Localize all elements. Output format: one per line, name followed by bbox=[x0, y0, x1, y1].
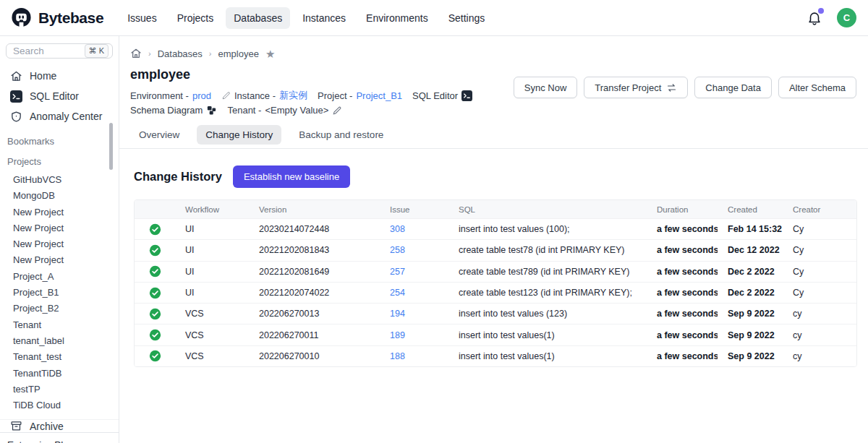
breadcrumb-employee[interactable]: employee bbox=[218, 48, 259, 59]
breadcrumb-home-icon[interactable] bbox=[130, 48, 142, 59]
meta-sql-editor[interactable]: SQL Editor bbox=[412, 90, 472, 101]
breadcrumb-databases[interactable]: Databases bbox=[158, 48, 203, 59]
cell-sql: create table test789 (id int PRIMARY KEY… bbox=[448, 267, 647, 277]
establish-baseline-button[interactable]: Establish new baseline bbox=[233, 165, 350, 188]
cell-duration: a few seconds bbox=[647, 351, 718, 361]
status-success-icon bbox=[149, 265, 161, 278]
environment-link[interactable]: prod bbox=[192, 90, 211, 101]
change-history-header: Change History Establish new baseline bbox=[130, 165, 857, 188]
issue-link[interactable]: 189 bbox=[390, 330, 405, 340]
cell-duration: a few seconds bbox=[647, 224, 718, 234]
sidebar-scrollbar[interactable] bbox=[109, 123, 113, 170]
top-nav-item[interactable]: Settings bbox=[441, 7, 493, 29]
cell-workflow: VCS bbox=[175, 309, 249, 319]
tab[interactable]: Change History bbox=[197, 125, 281, 145]
cell-workflow: VCS bbox=[175, 351, 249, 361]
issue-link[interactable]: 254 bbox=[390, 288, 405, 298]
project-item[interactable]: Project_B2 bbox=[0, 301, 119, 317]
project-item[interactable]: TiDB Cloud bbox=[0, 397, 119, 413]
top-nav-item[interactable]: Instances bbox=[294, 7, 354, 29]
cell-created: Sep 9 2022 bbox=[718, 351, 783, 361]
project-item[interactable]: TenantTiDB bbox=[0, 366, 119, 382]
meta-project: Project - Project_B1 bbox=[318, 90, 402, 101]
column-header: Created bbox=[718, 205, 783, 214]
notification-dot bbox=[818, 8, 824, 14]
table-row[interactable]: UI 20221202081843 258 create table test7… bbox=[135, 239, 856, 260]
project-item[interactable]: New Project bbox=[0, 252, 119, 268]
tab[interactable]: Backup and restore bbox=[290, 125, 392, 145]
search-input[interactable]: Search ⌘ K bbox=[6, 43, 113, 59]
sidebar-item-label: Home bbox=[30, 70, 56, 82]
brand[interactable]: Bytebase bbox=[10, 7, 103, 29]
bookmark-star-icon[interactable]: ★ bbox=[265, 48, 275, 59]
cell-creator: cy bbox=[783, 330, 856, 340]
project-item[interactable]: Project_A bbox=[0, 269, 119, 285]
top-nav-item[interactable]: Issues bbox=[119, 7, 164, 29]
issue-link[interactable]: 308 bbox=[390, 224, 405, 234]
sidebar-item-label: Archive bbox=[30, 421, 64, 432]
edit-pencil-icon[interactable] bbox=[332, 106, 342, 116]
project-item[interactable]: tenant_label bbox=[0, 333, 119, 349]
sidebar-item-home[interactable]: Home bbox=[0, 66, 119, 86]
issue-link[interactable]: 258 bbox=[390, 245, 405, 255]
cell-sql: insert into test values(1) bbox=[448, 330, 647, 340]
status-success-icon bbox=[149, 350, 161, 362]
issue-link[interactable]: 257 bbox=[390, 267, 405, 277]
table-row[interactable]: VCS 202206270010 188 insert into test va… bbox=[135, 345, 856, 366]
table-row[interactable]: VCS 202206270013 194 insert into test va… bbox=[135, 303, 856, 324]
top-nav-item[interactable]: Environments bbox=[358, 7, 436, 29]
project-item[interactable]: Tenant_test bbox=[0, 349, 119, 365]
alter-schema-button[interactable]: Alter Schema bbox=[778, 77, 856, 98]
meta-instance: Instance - 新实例 bbox=[221, 89, 307, 102]
meta-tenant: Tenant - <Empty Value> bbox=[227, 105, 342, 116]
column-header: Issue bbox=[380, 205, 448, 214]
table-row[interactable]: UI 20221202081649 257 create table test7… bbox=[135, 261, 856, 282]
cell-created: Dec 2 2022 bbox=[718, 288, 783, 298]
instance-link[interactable]: 新实例 bbox=[279, 89, 307, 102]
plan-label[interactable]: Enterprise Plan bbox=[0, 432, 119, 443]
cell-version: 202206270013 bbox=[249, 309, 380, 319]
project-item[interactable]: New Project bbox=[0, 205, 119, 220]
schema-diagram-icon bbox=[206, 105, 217, 116]
sql-editor-icon bbox=[461, 90, 472, 101]
meta-schema-diagram[interactable]: Schema Diagram bbox=[130, 105, 217, 116]
issue-link[interactable]: 194 bbox=[390, 309, 405, 319]
issue-link[interactable]: 188 bbox=[390, 351, 405, 361]
projects-section-label: Projects bbox=[0, 156, 119, 167]
change-data-button[interactable]: Change Data bbox=[694, 77, 772, 98]
table-row[interactable]: UI 20221202074022 254 create table test1… bbox=[135, 282, 856, 303]
project-item[interactable]: Project_B1 bbox=[0, 285, 119, 301]
cell-duration: a few seconds bbox=[647, 330, 718, 340]
project-link[interactable]: Project_B1 bbox=[356, 90, 402, 101]
project-item[interactable]: MongoDB bbox=[0, 188, 119, 204]
project-item[interactable]: testTP bbox=[0, 382, 119, 397]
top-nav-item[interactable]: Projects bbox=[169, 7, 222, 29]
cell-sql: create table test78 (id int PRIMARY KEY) bbox=[448, 245, 647, 255]
project-item[interactable]: Tenant bbox=[0, 317, 119, 333]
transfer-project-button[interactable]: Transfer Project bbox=[584, 77, 688, 98]
status-success-icon bbox=[149, 244, 161, 257]
notifications-button[interactable] bbox=[807, 10, 822, 26]
column-header: Duration bbox=[647, 205, 718, 214]
sidebar-item-archive[interactable]: Archive bbox=[0, 419, 119, 432]
tab[interactable]: Overview bbox=[130, 125, 188, 145]
sidebar-item-sql-editor[interactable]: SQL Editor bbox=[0, 86, 119, 106]
avatar[interactable]: C bbox=[837, 8, 856, 27]
brand-name: Bytebase bbox=[38, 9, 103, 27]
cell-duration: a few seconds bbox=[647, 267, 718, 277]
cell-duration: a few seconds bbox=[647, 245, 718, 255]
cell-created: Dec 2 2022 bbox=[718, 267, 783, 277]
top-nav-item[interactable]: Databases bbox=[226, 7, 290, 29]
table-row[interactable]: UI 20230214072448 308 insert into test v… bbox=[135, 218, 856, 239]
meta-environment: Environment - prod bbox=[130, 90, 211, 101]
cell-version: 202206270011 bbox=[249, 330, 380, 340]
sidebar-item-anomaly-center[interactable]: Anomaly Center bbox=[0, 106, 119, 126]
database-tabs: Overview Change History Backup and resto… bbox=[130, 125, 857, 145]
sync-now-button[interactable]: Sync Now bbox=[514, 77, 578, 98]
project-item[interactable]: GitHubVCS bbox=[0, 172, 119, 188]
breadcrumb-separator-icon: › bbox=[209, 49, 212, 58]
table-row[interactable]: VCS 202206270011 189 insert into test va… bbox=[135, 324, 856, 345]
cell-created: Feb 14 15:32 bbox=[718, 224, 783, 234]
project-item[interactable]: New Project bbox=[0, 236, 119, 252]
project-item[interactable]: New Project bbox=[0, 220, 119, 236]
